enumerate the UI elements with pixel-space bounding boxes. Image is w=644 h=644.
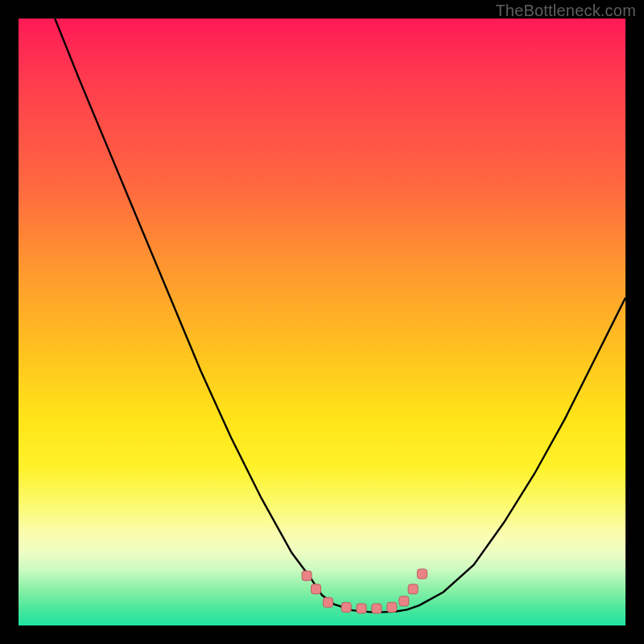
curve-marker <box>399 597 409 606</box>
curve-marker <box>357 604 366 613</box>
bottleneck-curve <box>55 19 625 612</box>
curve-marker <box>417 569 427 579</box>
watermark-label: TheBottleneck.com <box>495 2 636 20</box>
curve-marker <box>341 602 351 612</box>
curve-marker <box>372 604 382 613</box>
curve-marker <box>408 584 418 594</box>
plot-area <box>19 19 625 625</box>
curve-marker <box>324 597 333 607</box>
curve-marker <box>302 571 312 580</box>
curve-marker <box>312 584 321 594</box>
curve-marker <box>387 602 397 612</box>
curve-markers <box>302 569 427 613</box>
chart-frame: TheBottleneck.com <box>0 0 644 644</box>
bottleneck-curve-svg <box>19 19 625 625</box>
